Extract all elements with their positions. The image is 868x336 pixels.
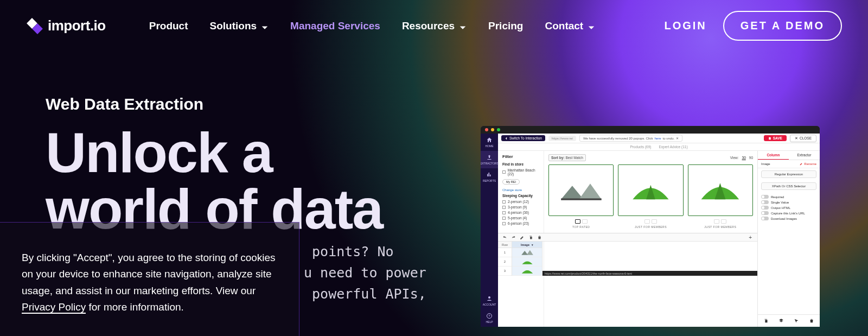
tab-advice[interactable]: Expert Advice (11) <box>659 145 687 149</box>
logo-mark-icon <box>26 17 43 35</box>
swatch-group[interactable] <box>575 219 588 224</box>
switch-interaction-button[interactable]: Switch To Interaction <box>501 135 545 141</box>
cookie-text-after: for more information. <box>86 301 184 313</box>
trash-icon[interactable] <box>809 318 814 324</box>
product-card[interactable] <box>618 164 683 216</box>
tab-extractor[interactable]: Extractor <box>789 151 820 160</box>
popup-notice: We have successfully removed 20 popups. … <box>579 135 682 142</box>
sort-bar: Sort by: Best Match View: 30 90 <box>548 154 753 161</box>
delete-button[interactable] <box>535 233 544 241</box>
cap-row[interactable]: 6-person (23) <box>502 221 539 225</box>
rename-button[interactable]: Rename <box>800 162 816 166</box>
regex-button[interactable]: Regular Expression <box>761 170 816 178</box>
tab-products[interactable]: Products (69) <box>630 145 651 149</box>
sidebar-item-reports[interactable]: REPORTS <box>481 168 498 186</box>
svg-point-0 <box>488 296 490 299</box>
sidebar-item-extractors[interactable]: EXTRACTORS <box>481 151 498 168</box>
xpath-button[interactable]: XPath Or CSS Selector <box>761 182 816 190</box>
undo-button[interactable] <box>500 233 509 241</box>
chart-icon <box>486 172 493 178</box>
nav-resources[interactable]: Resources <box>402 20 467 32</box>
notice-undo-link[interactable]: here <box>655 137 661 140</box>
find-in-store-label: Find in store <box>502 162 539 166</box>
output-html-toggle[interactable]: Output HTML <box>761 206 816 210</box>
chevron-down-icon <box>261 22 269 30</box>
capacity-title: Sleeping Capacity <box>502 194 539 198</box>
brand-name: import.io <box>48 17 106 34</box>
swatch-group[interactable] <box>644 219 657 224</box>
sort-select[interactable]: Sort by: Best Match <box>548 154 586 161</box>
app-main: Switch To Interaction https://www.rei We… <box>498 134 820 327</box>
nav-product[interactable]: Product <box>149 20 188 32</box>
sidebar-item-help[interactable]: ? HELP <box>481 309 498 327</box>
cap-row[interactable]: 4-person (36) <box>502 211 539 214</box>
preview-toolbar: + <box>498 233 757 242</box>
nav-managed-services[interactable]: Managed Services <box>290 20 380 32</box>
app-sidebar: HOME EXTRACTORS REPORTS ACCOUNT ? HELP <box>481 134 498 327</box>
extractor-panel: Column Extractor Image Rename Regular Ex… <box>757 151 820 327</box>
cap-row[interactable]: 2-person (12) <box>502 200 539 204</box>
redo-button[interactable] <box>509 233 518 241</box>
app-topbar: Switch To Interaction https://www.rei We… <box>498 134 820 143</box>
help-icon: ? <box>486 313 493 319</box>
cookie-banner: By clicking "Accept", you agree to the s… <box>0 222 299 336</box>
required-toggle[interactable]: Required <box>761 195 816 199</box>
nav-solutions[interactable]: Solutions <box>210 20 269 32</box>
privacy-policy-link[interactable]: Privacy Policy <box>22 301 86 314</box>
window-titlebar <box>481 126 820 134</box>
copy-icon[interactable] <box>763 318 769 324</box>
home-icon <box>486 137 493 143</box>
col-image-header[interactable]: Image▾ <box>512 242 542 248</box>
pointer-icon[interactable] <box>794 318 799 324</box>
view-90[interactable]: 90 <box>749 156 753 160</box>
image-cell[interactable] <box>512 257 542 267</box>
add-column-button[interactable]: + <box>745 234 755 240</box>
tent-icon <box>698 176 743 204</box>
myrei-pill[interactable]: My REI <box>502 179 520 185</box>
edit-button[interactable] <box>518 233 526 241</box>
url-box[interactable]: https://www.rei <box>548 136 576 141</box>
product-card[interactable] <box>548 164 614 216</box>
get-demo-button[interactable]: GET A DEMO <box>723 11 842 41</box>
sidebar-item-home[interactable]: HOME <box>481 134 498 151</box>
x-icon: ✕ <box>795 136 798 141</box>
panel-action-icons <box>758 314 820 327</box>
single-value-toggle[interactable]: Single Value <box>761 200 816 204</box>
row-num: 3 <box>498 267 512 276</box>
product-card[interactable] <box>688 164 753 216</box>
hero-subcopy: points? No u need to power powerful APIs… <box>304 242 426 305</box>
image-cell[interactable] <box>512 267 542 276</box>
login-link[interactable]: LOGIN <box>664 20 706 32</box>
nav-pricing[interactable]: Pricing <box>488 20 523 32</box>
swatch-group[interactable] <box>714 219 726 224</box>
nav-contact[interactable]: Contact <box>545 20 595 32</box>
col-row-header: Row <box>498 242 512 248</box>
change-store-link[interactable]: Change store <box>502 188 539 192</box>
status-path: https://www.rei.com/product/204311/the-n… <box>542 271 757 276</box>
tent-icon <box>628 176 673 204</box>
layers-icon[interactable] <box>778 318 784 324</box>
store-checkbox-row[interactable]: Manhattan Beach (22) <box>502 168 539 176</box>
hero-eyebrow: Web Data Extraction <box>46 95 868 113</box>
checkbox-icon <box>502 170 506 174</box>
brand-logo[interactable]: import.io <box>26 17 106 35</box>
view-30[interactable]: 30 <box>742 156 746 160</box>
row-num: 1 <box>498 248 512 257</box>
image-cell[interactable] <box>512 248 542 257</box>
row-num: 2 <box>498 257 512 267</box>
tab-column[interactable]: Column <box>758 151 789 160</box>
close-button[interactable]: ✕ CLOSE <box>790 135 816 142</box>
filter-title: Filter <box>502 154 539 159</box>
swatch-row: TOP RATED JUST FOR MEMBERS JUST FOR MEMB… <box>548 219 753 229</box>
save-button[interactable]: SAVE <box>764 135 787 141</box>
cap-row[interactable]: 5-person (4) <box>502 216 539 220</box>
disk-icon <box>768 137 771 140</box>
sidebar-item-account[interactable]: ACCOUNT <box>481 292 498 309</box>
copy-button[interactable] <box>526 233 535 241</box>
close-icon[interactable]: ✕ <box>676 136 679 140</box>
cap-row[interactable]: 3-person (9) <box>502 205 539 209</box>
download-images-toggle[interactable]: Download Images <box>761 217 816 220</box>
capture-url-toggle[interactable]: Capture this Link's URL <box>761 211 816 215</box>
product-screenshot: HOME EXTRACTORS REPORTS ACCOUNT ? HELP <box>481 126 820 327</box>
product-grid-area: Sort by: Best Match View: 30 90 <box>544 151 757 327</box>
